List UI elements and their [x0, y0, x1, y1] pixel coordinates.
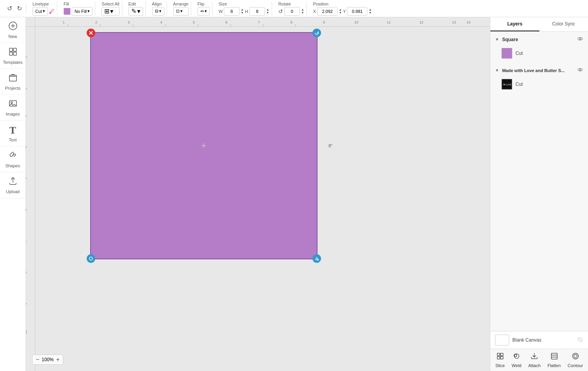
fill-value: No Fill: [74, 9, 87, 14]
sidebar-item-upload[interactable]: Upload: [0, 172, 25, 198]
position-y-input[interactable]: [347, 7, 367, 16]
arrange-button[interactable]: ⊡ ▾: [173, 7, 189, 16]
select-all-col: Select All ⊞ ▾: [102, 2, 119, 16]
layer-section-love-header[interactable]: ▼ Made with Love and Butter S...: [490, 64, 588, 76]
bottom-actions: Slice Weld: [490, 349, 588, 371]
rotate-handle[interactable]: [312, 29, 321, 37]
fill-group: Fill No Fill ▾: [61, 2, 95, 16]
blank-canvas-visibility-icon[interactable]: [577, 337, 583, 344]
delete-handle[interactable]: [87, 29, 95, 37]
sidebar-item-text[interactable]: T Text: [0, 121, 25, 147]
attach-button[interactable]: Attach: [528, 352, 541, 368]
position-x-down[interactable]: ▼: [339, 11, 342, 14]
sidebar-item-new[interactable]: New: [0, 17, 25, 43]
svg-rect-56: [551, 353, 557, 359]
sidebar-item-images[interactable]: Images: [0, 95, 25, 121]
select-all-label: Select All: [102, 2, 119, 6]
sidebar-item-shapes[interactable]: Shapes: [0, 147, 25, 172]
canvas-drawing-area[interactable]: 8" 8" +: [35, 27, 490, 371]
size-group: Size W ▲ ▼ H ▲ ▼: [216, 2, 272, 16]
edit-arrow: ▾: [137, 7, 140, 15]
flatten-button[interactable]: Flatten: [548, 352, 561, 368]
resize-br-handle[interactable]: [312, 254, 321, 263]
svg-text:3: 3: [128, 20, 130, 24]
sidebar-item-projects-label: Projects: [5, 86, 21, 90]
layer-section-square-header[interactable]: ▼ Square: [490, 33, 588, 45]
weld-label: Weld: [512, 363, 521, 368]
zoom-in-button[interactable]: +: [55, 356, 60, 363]
images-icon: [8, 99, 18, 110]
linetype-pen-icon: 🖊: [49, 8, 54, 14]
position-group: Position X ▲ ▼ Y ▲ ▼: [311, 2, 374, 16]
right-panel: Layers Color Sync ▼ Square: [490, 17, 588, 371]
flip-col: Flip ⇔ ▾: [198, 2, 210, 16]
fill-color-swatch[interactable]: [64, 8, 71, 15]
text-icon: T: [9, 125, 16, 136]
svg-text:2: 2: [26, 87, 27, 89]
select-all-icon: ⊞: [104, 7, 109, 15]
align-button[interactable]: ⊟ ▾: [152, 7, 164, 16]
svg-text:4: 4: [160, 20, 162, 24]
tab-layers[interactable]: Layers: [490, 17, 539, 31]
sidebar-item-templates[interactable]: Templates: [0, 43, 25, 69]
flip-icon: ⇔: [200, 9, 204, 14]
svg-text:6: 6: [26, 209, 27, 211]
contour-button[interactable]: Contour: [568, 352, 583, 368]
blank-canvas-thumb: [495, 335, 509, 346]
position-label: Position: [313, 2, 372, 6]
slice-button[interactable]: Slice: [495, 352, 505, 368]
svg-rect-49: [497, 353, 500, 356]
resize-bl-handle[interactable]: [87, 254, 95, 263]
rotate-down[interactable]: ▼: [301, 11, 304, 14]
redo-button[interactable]: ↻: [15, 3, 24, 14]
svg-rect-3: [9, 52, 13, 55]
flip-button[interactable]: ⇔ ▾: [198, 7, 210, 16]
layers-content: ▼ Square Cut ▼: [490, 32, 588, 331]
weld-button[interactable]: Weld: [512, 352, 521, 368]
right-panel-tabs: Layers Color Sync: [490, 17, 588, 32]
svg-text:LOVE: LOVE: [506, 83, 511, 86]
linetype-dropdown[interactable]: Cut ▾: [33, 7, 48, 16]
linetype-label: Linetype: [33, 2, 54, 6]
position-x-input[interactable]: [317, 7, 338, 16]
svg-point-45: [579, 69, 581, 71]
rotate-input[interactable]: [284, 7, 300, 16]
love-visibility-icon[interactable]: [577, 67, 583, 74]
edit-icon: ✎: [131, 7, 136, 15]
size-h-input[interactable]: [249, 7, 265, 16]
svg-text:13: 13: [452, 20, 456, 24]
size-w-label: W: [219, 9, 223, 14]
square-visibility-icon[interactable]: [577, 36, 583, 43]
undo-button[interactable]: ↺: [5, 3, 14, 14]
svg-point-59: [572, 353, 578, 359]
projects-icon: [8, 73, 18, 85]
sidebar-item-projects[interactable]: Projects: [0, 69, 25, 95]
sidebar-item-templates-label: Templates: [3, 60, 22, 65]
size-h-down[interactable]: ▼: [266, 11, 269, 14]
align-label: Align: [152, 2, 164, 6]
edit-label: Edit: [129, 2, 143, 6]
tab-color-sync[interactable]: Color Sync: [539, 17, 588, 31]
svg-rect-52: [501, 357, 503, 359]
attach-label: Attach: [528, 363, 541, 368]
attach-icon: [530, 352, 538, 362]
arrange-col: Arrange ⊡ ▾: [173, 2, 189, 16]
templates-icon: [8, 47, 18, 59]
flatten-label: Flatten: [548, 363, 561, 368]
purple-square[interactable]: 8" 8" +: [90, 32, 318, 259]
size-w-input[interactable]: [224, 7, 240, 16]
square-color-thumb: [501, 48, 512, 59]
fill-dropdown[interactable]: No Fill ▾: [72, 7, 93, 16]
position-y-down[interactable]: ▼: [368, 11, 372, 14]
svg-text:11: 11: [387, 20, 391, 24]
svg-text:5: 5: [193, 20, 195, 24]
size-w-down[interactable]: ▼: [241, 11, 244, 14]
svg-text:8: 8: [290, 20, 292, 24]
love-cut-label: Cut: [515, 81, 583, 87]
edit-button[interactable]: ✎ ▾: [129, 7, 143, 16]
zoom-out-button[interactable]: −: [35, 356, 40, 363]
select-all-button[interactable]: ⊞ ▾: [102, 7, 119, 16]
svg-text:7: 7: [258, 20, 260, 24]
sidebar-item-upload-label: Upload: [6, 189, 20, 194]
love-image-thumb: ♥ LOVE: [501, 79, 512, 90]
